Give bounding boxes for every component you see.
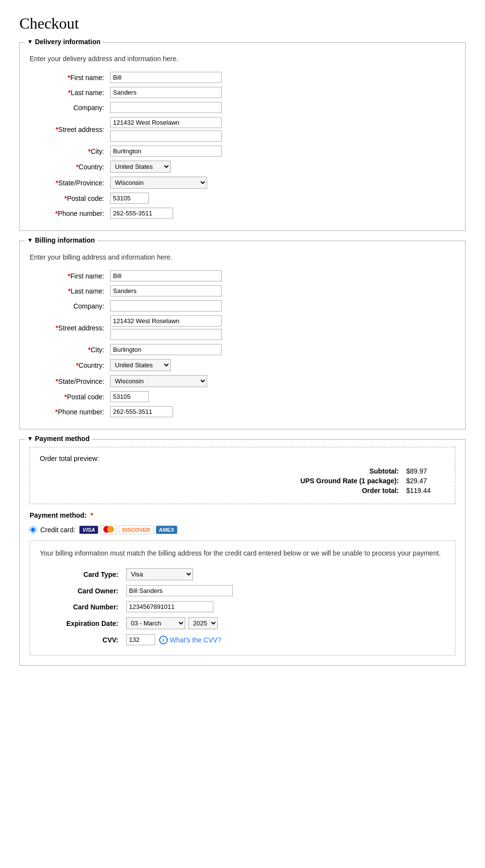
shipping-row: UPS Ground Rate (1 package): $29.47 bbox=[300, 477, 431, 487]
page-title: Checkout bbox=[19, 15, 466, 33]
billing-description: Enter your billing address and informati… bbox=[30, 253, 455, 261]
delivery-city-label: *City: bbox=[30, 144, 107, 159]
billing-postal-input[interactable] bbox=[110, 391, 149, 402]
billing-company-input[interactable] bbox=[110, 300, 222, 311]
billing-street-label: *Street address: bbox=[30, 313, 107, 342]
credit-card-notice: Your billing information must match the … bbox=[40, 548, 445, 558]
delivery-company-label: Company: bbox=[30, 100, 107, 115]
amex-icon: AMEX bbox=[156, 525, 178, 534]
delivery-postal-input[interactable] bbox=[110, 193, 149, 204]
expiry-row: 01 - January 02 - February 03 - March 04… bbox=[126, 617, 441, 629]
shipping-value: $29.47 bbox=[406, 477, 431, 487]
delivery-section-legend: ▼ Delivery information bbox=[25, 38, 103, 46]
delivery-last-name-input[interactable] bbox=[110, 87, 222, 98]
billing-state-select[interactable]: Wisconsin Alabama Alaska California Flor… bbox=[110, 375, 207, 387]
billing-company-label: Company: bbox=[30, 298, 107, 313]
card-owner-input[interactable] bbox=[126, 585, 233, 596]
billing-street2-input[interactable] bbox=[110, 329, 222, 340]
billing-state-label: *State/Province: bbox=[30, 373, 107, 389]
order-total-value: $119.44 bbox=[406, 487, 431, 496]
billing-country-select[interactable]: United States Canada United Kingdom bbox=[110, 359, 171, 371]
payment-section: ▼ Payment method Order total preview: Su… bbox=[19, 439, 466, 666]
billing-form: *First name: *Last name: Company: *Stree… bbox=[30, 268, 455, 419]
payment-arrow-icon: ▼ bbox=[27, 435, 33, 442]
delivery-arrow-icon: ▼ bbox=[27, 38, 33, 45]
order-preview-title: Order total preview: bbox=[40, 455, 445, 462]
billing-postal-label: *Postal code: bbox=[30, 389, 107, 404]
delivery-street2-input[interactable] bbox=[110, 131, 222, 142]
delivery-last-name-label: *Last name: bbox=[30, 85, 107, 100]
delivery-description: Enter your delivery address and informat… bbox=[30, 55, 455, 63]
payment-method-label: Payment method: bbox=[30, 511, 86, 519]
cvv-label: CVV: bbox=[40, 632, 122, 648]
delivery-phone-label: *Phone number: bbox=[30, 206, 107, 221]
delivery-first-name-input[interactable] bbox=[110, 72, 222, 83]
credit-card-radio-row: Credit card: VISA DISCOVER AMEX bbox=[30, 525, 455, 535]
delivery-city-input[interactable] bbox=[110, 146, 222, 157]
billing-last-name-input[interactable] bbox=[110, 285, 222, 296]
mastercard-icon bbox=[100, 525, 117, 535]
cvv-info-icon: i bbox=[159, 636, 168, 644]
credit-card-radio-label: Credit card: bbox=[40, 526, 75, 534]
billing-city-label: *City: bbox=[30, 342, 107, 357]
credit-card-box: Your billing information must match the … bbox=[30, 540, 455, 655]
billing-last-name-label: *Last name: bbox=[30, 283, 107, 298]
card-number-label: Card Number: bbox=[40, 599, 122, 615]
payment-method-row: Payment method: * bbox=[30, 511, 455, 519]
card-owner-label: Card Owner: bbox=[40, 583, 122, 599]
delivery-street-input[interactable] bbox=[110, 117, 222, 128]
delivery-state-select[interactable]: Wisconsin Alabama Alaska California Flor… bbox=[110, 177, 207, 189]
delivery-street-label: *Street address: bbox=[30, 115, 107, 144]
delivery-company-input[interactable] bbox=[110, 102, 222, 113]
credit-card-radio[interactable] bbox=[30, 526, 36, 533]
discover-icon: DISCOVER bbox=[119, 525, 153, 534]
delivery-postal-label: *Postal code: bbox=[30, 191, 107, 206]
billing-first-name-input[interactable] bbox=[110, 270, 222, 281]
billing-section: ▼ Billing information Enter your billing… bbox=[19, 241, 466, 429]
order-total-row: Order total: $119.44 bbox=[300, 487, 431, 496]
subtotal-value: $89.97 bbox=[406, 467, 431, 477]
cc-form: Card Type: Visa Mastercard Discover Amer… bbox=[40, 566, 445, 648]
expiry-month-select[interactable]: 01 - January 02 - February 03 - March 04… bbox=[126, 617, 185, 629]
billing-street-input[interactable] bbox=[110, 315, 222, 327]
delivery-form: *First name: *Last name: Company: *Stree… bbox=[30, 70, 455, 221]
card-type-select[interactable]: Visa Mastercard Discover American Expres… bbox=[126, 568, 193, 580]
card-icons: VISA DISCOVER AMEX bbox=[79, 525, 178, 535]
payment-required-star: * bbox=[90, 511, 93, 519]
billing-arrow-icon: ▼ bbox=[27, 237, 33, 244]
delivery-state-label: *State/Province: bbox=[30, 175, 107, 191]
subtotal-row: Subtotal: $89.97 bbox=[300, 467, 431, 477]
card-type-label: Card Type: bbox=[40, 566, 122, 583]
payment-section-legend: ▼ Payment method bbox=[25, 435, 92, 442]
delivery-phone-input[interactable] bbox=[110, 208, 173, 219]
order-total-label: Order total: bbox=[300, 487, 406, 496]
billing-section-legend: ▼ Billing information bbox=[25, 236, 97, 244]
delivery-section: ▼ Delivery information Enter your delive… bbox=[19, 42, 466, 231]
order-totals: Subtotal: $89.97 UPS Ground Rate (1 pack… bbox=[300, 467, 431, 496]
delivery-country-select[interactable]: United States Canada United Kingdom bbox=[110, 161, 171, 173]
cvv-row: i What's the CVV? bbox=[126, 634, 441, 645]
billing-city-input[interactable] bbox=[110, 344, 222, 355]
expiry-year-select[interactable]: 2024 2025 2026 2027 2028 2029 2030 bbox=[188, 617, 218, 629]
billing-phone-label: *Phone number: bbox=[30, 404, 107, 419]
delivery-country-label: *Country: bbox=[30, 159, 107, 175]
billing-country-label: *Country: bbox=[30, 357, 107, 373]
billing-phone-input[interactable] bbox=[110, 406, 173, 417]
cvv-help-link[interactable]: i What's the CVV? bbox=[159, 636, 221, 644]
delivery-first-name-label: *First name: bbox=[30, 70, 107, 85]
billing-first-name-label: *First name: bbox=[30, 268, 107, 283]
cvv-input[interactable] bbox=[126, 634, 155, 645]
subtotal-label: Subtotal: bbox=[300, 467, 406, 477]
order-preview-box: Order total preview: Subtotal: $89.97 UP… bbox=[30, 447, 455, 504]
visa-icon: VISA bbox=[79, 525, 98, 534]
expiry-label: Expiration Date: bbox=[40, 615, 122, 632]
shipping-label: UPS Ground Rate (1 package): bbox=[300, 477, 406, 487]
card-number-input[interactable] bbox=[126, 601, 213, 612]
